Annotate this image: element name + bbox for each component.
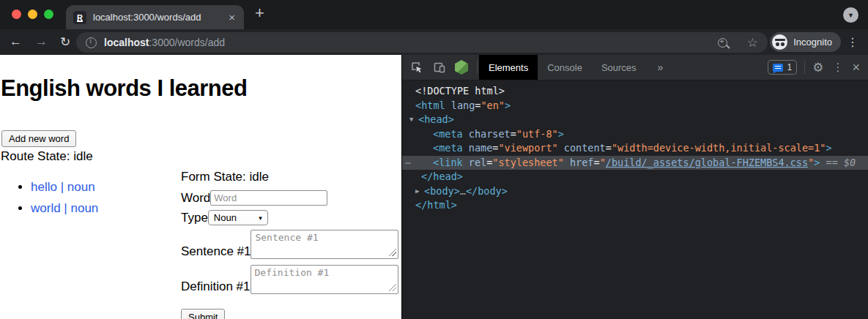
settings-gear-icon[interactable]: ⚙	[812, 60, 823, 75]
dom-token: "width=device-width,initial-scale=1"	[612, 142, 826, 154]
url-path: :3000/words/add	[149, 37, 225, 48]
message-count: 1	[787, 62, 793, 72]
devtools-close-icon[interactable]: ×	[852, 61, 860, 74]
remix-favicon-icon: R	[73, 11, 86, 24]
dom-token: ==	[820, 157, 844, 168]
browser-tab[interactable]: R localhost:3000/words/add ×	[66, 5, 244, 29]
resize-handle[interactable]	[389, 284, 396, 291]
dom-token: </body>	[466, 185, 508, 197]
tab-close-icon[interactable]: ×	[227, 12, 237, 23]
dom-token: "stylesheet"	[492, 157, 564, 168]
dom-token: "utf-8"	[516, 128, 558, 140]
browser-menu-icon[interactable]: ⋮	[847, 35, 858, 49]
toolbar-divider	[477, 61, 478, 74]
inspect-element-icon[interactable]	[410, 61, 423, 74]
maximize-window-button[interactable]	[44, 10, 53, 19]
dom-token: href	[564, 157, 594, 168]
page-title: English words I learned	[1, 75, 247, 102]
dom-token: …	[460, 185, 466, 197]
more-tabs-icon[interactable]: »	[658, 61, 664, 73]
devtools-tabs: ElementsConsoleSources	[479, 55, 646, 80]
word-input[interactable]	[210, 190, 327, 206]
console-messages-badge[interactable]: 1	[768, 60, 798, 75]
dom-tree-row[interactable]: </html>	[402, 198, 868, 213]
devtools-menu-icon[interactable]: ⋮	[832, 61, 843, 74]
type-select[interactable]: Noun ▾	[208, 210, 268, 225]
dom-token: rel	[463, 157, 487, 168]
dom-token: lang	[445, 100, 475, 111]
message-bubble-icon	[773, 64, 783, 72]
dom-token: >	[505, 100, 511, 111]
incognito-badge: Incognito	[770, 32, 841, 52]
toolbar-divider	[804, 61, 805, 74]
dom-token: "en"	[481, 100, 505, 111]
collapsed-arrow-icon[interactable]: ▶	[415, 184, 419, 199]
dom-tree-row[interactable]: ▼<head>	[402, 113, 868, 127]
words-list: hello | nounworld | noun	[0, 180, 98, 222]
devtools-toolbar: ElementsConsoleSources » 1 ⚙ ⋮ ×	[402, 55, 868, 80]
url-host: localhost	[104, 37, 149, 48]
dom-tree-row[interactable]: <html lang="en">	[402, 99, 868, 113]
new-tab-button[interactable]: +	[255, 4, 264, 23]
device-toolbar-icon[interactable]	[433, 61, 446, 74]
dom-token: >	[826, 142, 831, 154]
expand-arrow-icon[interactable]: ▼	[409, 113, 413, 127]
dom-token: <head>	[418, 113, 454, 125]
dom-token: =	[606, 142, 612, 154]
minimize-window-button[interactable]	[28, 10, 37, 19]
dom-token: =	[593, 157, 599, 168]
devtools-tab-elements[interactable]: Elements	[479, 55, 538, 80]
submit-button[interactable]: Submit	[181, 309, 225, 319]
tab-search-button[interactable]: ▼	[843, 7, 858, 23]
dom-token: /build/_assets/global-FHZEMBS4.css	[606, 157, 808, 168]
dom-token: charset	[463, 128, 511, 140]
back-button[interactable]: ←	[10, 34, 22, 49]
word-link[interactable]: hello | noun	[31, 180, 95, 194]
dom-token: content	[558, 142, 606, 154]
titlebar: R localhost:3000/words/add × + ▼	[0, 0, 868, 29]
sentence-textarea[interactable]	[251, 230, 398, 259]
dom-token: $0	[844, 157, 856, 168]
chevron-down-icon: ▾	[259, 214, 262, 222]
dom-tree-row[interactable]: ▶<body>…</body>	[402, 184, 868, 199]
word-link[interactable]: world | noun	[31, 201, 98, 215]
zoom-level-icon[interactable]	[718, 38, 727, 48]
browser-window: R localhost:3000/words/add × + ▼ ← → ↻ l…	[0, 0, 868, 319]
definition-textarea[interactable]	[251, 265, 398, 294]
dom-token: <meta	[433, 142, 463, 154]
add-new-word-button[interactable]: Add new word	[1, 130, 76, 147]
sentence-label: Sentence #1	[181, 244, 251, 259]
dom-token: =	[511, 128, 516, 140]
dom-tree-row[interactable]: <meta charset="utf-8">	[402, 127, 868, 142]
reload-button[interactable]: ↻	[60, 34, 70, 50]
forward-button[interactable]: →	[35, 34, 48, 49]
nodejs-icon[interactable]	[455, 60, 468, 75]
add-word-form: Form State: idle Word Type Noun ▾ Senten…	[181, 170, 401, 319]
dom-tree-row[interactable]: ⋯<link rel="stylesheet" href="/build/_as…	[402, 156, 868, 170]
dom-tree-row[interactable]: <!DOCTYPE html>	[402, 84, 868, 99]
resize-handle[interactable]	[389, 249, 396, 256]
address-bar[interactable]: localhost:3000/words/add ☆	[76, 32, 768, 53]
page-content: English words I learned Add new word Rou…	[0, 55, 401, 319]
close-window-button[interactable]	[12, 10, 21, 19]
dom-token: "	[600, 157, 606, 168]
dom-token: <link	[433, 157, 463, 168]
incognito-label: Incognito	[793, 37, 832, 48]
form-state-text: Form State: idle	[181, 170, 401, 184]
dom-token: name	[463, 142, 493, 154]
dom-token: <html	[415, 100, 445, 111]
bookmark-star-icon[interactable]: ☆	[747, 37, 758, 49]
devtools-tab-console[interactable]: Console	[538, 55, 592, 80]
dom-token: <meta	[433, 128, 463, 140]
devtools-panel: ElementsConsoleSources » 1 ⚙ ⋮ × <!DOCTY…	[401, 55, 868, 319]
word-list-item: hello | noun	[31, 180, 98, 195]
dom-token: </head>	[421, 170, 463, 182]
dom-tree-row[interactable]: </head>	[402, 170, 868, 184]
dom-token: <body>	[424, 185, 460, 197]
dom-tree-row[interactable]: <meta name="viewport" content="width=dev…	[402, 141, 868, 156]
dom-token: >	[558, 128, 564, 140]
row-overflow-icon: ⋯	[405, 156, 411, 170]
url-text: localhost:3000/words/add	[104, 37, 225, 48]
site-info-icon[interactable]	[86, 37, 97, 48]
devtools-tab-sources[interactable]: Sources	[592, 55, 646, 80]
